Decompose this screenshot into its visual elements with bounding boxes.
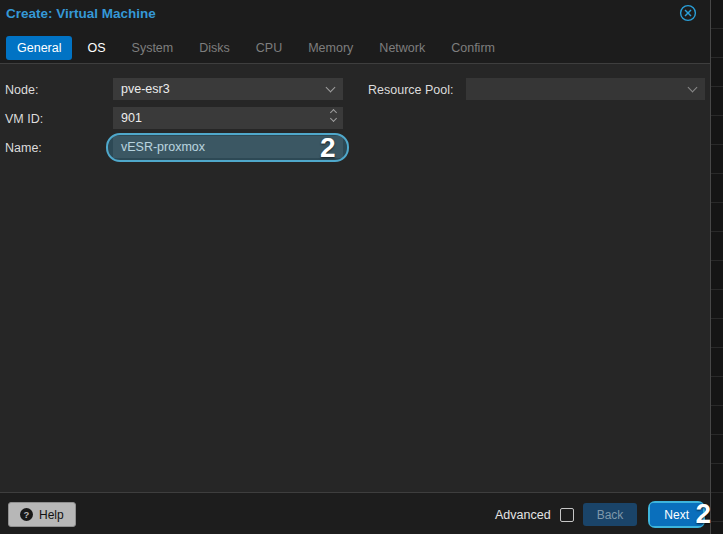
advanced-label: Advanced	[495, 508, 551, 522]
back-button[interactable]: Back	[583, 503, 638, 526]
chevron-down-icon	[326, 83, 336, 93]
tab-system: System	[121, 36, 185, 60]
resource-pool-dropdown[interactable]	[466, 78, 705, 100]
dialog-footer: ? Help Advanced Back Next 2	[0, 492, 710, 534]
advanced-checkbox[interactable]	[560, 508, 574, 522]
background-page-rows	[711, 0, 723, 534]
tab-disks: Disks	[188, 36, 241, 60]
help-button[interactable]: ? Help	[8, 502, 76, 527]
tab-general[interactable]: General	[6, 36, 72, 60]
chevron-down-icon	[688, 83, 698, 93]
tab-memory: Memory	[297, 36, 364, 60]
node-value: pve-esr3	[121, 82, 170, 96]
footer-actions: Advanced Back Next 2	[495, 502, 703, 527]
name-label: Name:	[5, 141, 42, 155]
next-button[interactable]: Next	[650, 503, 703, 526]
name-value: vESR-proxmox	[121, 140, 205, 154]
close-button[interactable]	[679, 4, 697, 22]
tab-os[interactable]: OS	[76, 36, 116, 60]
help-button-label: Help	[39, 508, 64, 522]
chevron-down-icon	[330, 115, 337, 122]
close-icon	[679, 4, 697, 22]
tab-cpu: CPU	[245, 36, 293, 60]
vmid-label: VM ID:	[5, 112, 43, 126]
question-circle-icon: ?	[20, 508, 33, 521]
general-tab-panel: Node: pve-esr3 Resource Pool: VM ID: 901…	[0, 63, 710, 492]
next-button-annotation-outline: Next 2	[650, 503, 703, 526]
dialog-title: Create: Virtual Machine	[6, 6, 156, 21]
name-input[interactable]: vESR-proxmox	[113, 136, 343, 158]
wizard-tabbar: General OS System Disks CPU Memory Netwo…	[0, 33, 710, 63]
vmid-spinner-buttons[interactable]	[331, 110, 336, 121]
vmid-value: 901	[121, 111, 142, 125]
node-dropdown[interactable]: pve-esr3	[113, 78, 343, 100]
create-vm-dialog: Create: Virtual Machine General OS Syste…	[0, 0, 711, 534]
tab-network: Network	[368, 36, 436, 60]
vmid-spinner-input[interactable]: 901	[113, 107, 343, 129]
resource-pool-label: Resource Pool:	[368, 83, 453, 97]
node-label: Node:	[5, 83, 38, 97]
dialog-titlebar: Create: Virtual Machine	[0, 0, 710, 30]
tab-confirm: Confirm	[440, 36, 506, 60]
